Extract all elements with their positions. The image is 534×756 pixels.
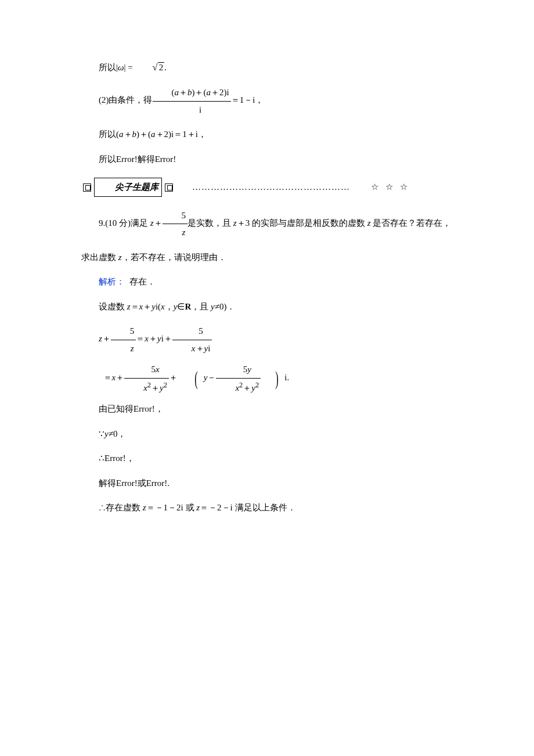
step-2: 由已知得Error!，: [81, 401, 453, 417]
stars: ☆ ☆ ☆: [353, 179, 410, 196]
fraction: (a＋b)＋(a＋2)ii: [153, 84, 231, 118]
solution-line-4: 所以Error!解得Error!: [81, 151, 453, 168]
box-icon: [165, 183, 173, 192]
dots: ……………………………………………: [175, 179, 350, 196]
text: | =: [124, 63, 133, 72]
step-5: 解得Error!或Error!.: [81, 475, 453, 492]
text: ＝1－i，: [231, 96, 264, 105]
text: .: [164, 63, 167, 72]
step-3: ∵y≠0，: [81, 426, 453, 442]
right-paren: ): [267, 371, 279, 386]
box-icon: [83, 183, 91, 192]
solution-line-1: 所以|ω| = √2.: [81, 58, 453, 76]
sqrt-2: √2: [135, 58, 165, 76]
radicand: 2: [158, 62, 165, 72]
text: 所以|: [99, 63, 118, 72]
var-omega: ω: [118, 63, 124, 72]
equation-2: ＝x＋5xx2＋y2＋ (y－5yx2＋y2)i.: [86, 361, 453, 396]
solution-line-3: 所以(a＋b)＋(a＋2)i＝1＋i，: [81, 126, 453, 143]
question-9-line2: 求出虚数 z，若不存在，请说明理由．: [81, 249, 453, 266]
text: (2)由条件，得: [99, 96, 153, 105]
left-paren: (: [186, 371, 198, 386]
answer-label: 解析：: [99, 277, 125, 286]
step-6: ∴存在虚数 z＝－1－2i 或 z＝－2－i 满足以上条件．: [81, 499, 453, 516]
section-divider: 尖子生题库 …………………………………………… ☆ ☆ ☆: [81, 178, 453, 197]
answer-header: 解析： 存在．: [81, 273, 453, 290]
step-4: ∴Error!，: [81, 450, 453, 467]
equation-1: z＋5z＝x＋yi＋5x＋yi: [81, 323, 453, 357]
question-9-line1: 9.(10 分)满足 z＋5z是实数，且 z＋3 的实部与虚部是相反数的虚数 z…: [81, 207, 453, 241]
step-1: 设虚数 z＝x＋yi(x，y∈R，且 y≠0)．: [81, 298, 453, 315]
fraction: 5z: [163, 207, 188, 241]
solution-line-2: (2)由条件，得(a＋b)＋(a＋2)ii＝1－i，: [81, 84, 453, 118]
error-text: 所以Error!解得Error!: [99, 154, 176, 164]
section-label: 尖子生题库: [94, 178, 162, 197]
